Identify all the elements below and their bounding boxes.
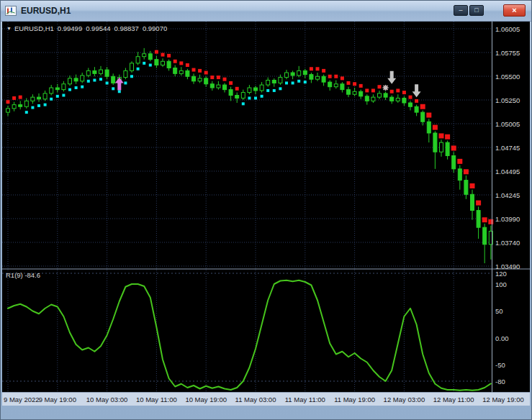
candle-body <box>365 96 369 101</box>
trend-dot-down <box>409 96 412 99</box>
trend-dot-down <box>167 54 171 58</box>
candle-body <box>179 70 183 73</box>
ohlc-open: 0.99499 <box>58 24 82 32</box>
candle-body <box>458 169 461 181</box>
ohlc-close: 0.99070 <box>143 24 167 32</box>
candle-body <box>353 91 356 94</box>
candle-body <box>266 81 270 86</box>
trend-dot-down <box>451 145 456 150</box>
candle-body <box>186 70 189 76</box>
candle-body <box>81 76 84 81</box>
time-axis-label: 10 May 19:00 <box>185 396 227 403</box>
trend-dot-up <box>118 90 121 93</box>
time-axis-label: 12 May 03:00 <box>384 396 425 403</box>
indicator-axis-label: -80 <box>495 378 505 385</box>
ohlc-symbol: EURUSD,H1 <box>14 24 54 32</box>
candle-body <box>31 97 35 101</box>
trend-dot-up <box>81 86 84 88</box>
trend-dot-up <box>124 81 127 84</box>
candle-body <box>192 76 196 81</box>
price-axis-label: 1.05500 <box>495 73 520 81</box>
candle-body <box>105 70 109 76</box>
trend-dot-down <box>488 219 493 224</box>
trend-dot-down <box>328 75 332 78</box>
trend-dot-down <box>415 99 418 103</box>
trend-dot-down <box>322 69 325 73</box>
close-button[interactable]: × <box>503 4 526 17</box>
trend-dot-down <box>371 88 375 92</box>
trend-dot-up <box>143 62 145 65</box>
time-axis-label: 11 May 03:00 <box>235 396 276 403</box>
candle-body <box>452 155 456 168</box>
trend-dot-down <box>179 61 183 65</box>
trend-dot-down <box>347 81 351 85</box>
trend-dot-up <box>56 95 59 98</box>
trend-dot-down <box>433 125 438 130</box>
trend-dot-down <box>341 76 344 80</box>
time-axis-label: 10 May 11:00 <box>136 396 177 403</box>
price-axis-label: 1.03740 <box>495 239 520 247</box>
candle-body <box>464 181 468 195</box>
trend-dot-up <box>297 80 300 83</box>
trend-dot-up <box>261 95 263 98</box>
trend-dot-down <box>316 67 320 70</box>
candle-body <box>6 109 10 112</box>
ohlc-label: ▼EURUSD,H10.994990.995440.988370.99070 <box>6 24 171 32</box>
trend-dot-up <box>25 111 28 114</box>
trend-dot-up <box>242 102 245 105</box>
candle-body <box>248 88 251 93</box>
candle-body <box>241 93 245 99</box>
trend-dot-down <box>378 85 382 88</box>
candle-body <box>483 227 487 245</box>
restore-button[interactable]: □ <box>469 5 484 16</box>
candle-body <box>477 211 480 228</box>
candle-body <box>322 76 325 82</box>
trend-dot-down <box>334 75 338 78</box>
chart-client-area: 1.060051.057551.055001.052501.050051.047… <box>2 22 530 406</box>
minimize-button[interactable]: – <box>454 5 468 16</box>
candle-body <box>421 112 425 122</box>
trend-dot-down <box>439 133 444 138</box>
candle-body <box>402 98 406 103</box>
indicator-axis-label: 120 <box>495 270 507 278</box>
candle-body <box>384 93 387 97</box>
candle-body <box>446 142 449 155</box>
trend-dot-up <box>44 104 47 106</box>
price-axis-label: 1.05250 <box>495 96 520 104</box>
trend-dot-down <box>198 69 202 73</box>
trend-dot-up <box>130 75 133 78</box>
candle-body <box>93 70 96 73</box>
candle-body <box>390 97 394 101</box>
candle-body <box>378 93 382 97</box>
candle-body <box>210 84 214 88</box>
candle-body <box>303 70 307 74</box>
trend-dot-up <box>50 98 53 101</box>
candle-body <box>272 81 276 83</box>
trend-dot-down <box>229 81 233 85</box>
candle-body <box>86 70 90 76</box>
candle-body <box>254 88 258 91</box>
trend-dot-down <box>482 217 487 222</box>
candle-body <box>427 122 430 133</box>
trend-dot-down <box>235 87 239 91</box>
candle-body <box>99 70 103 73</box>
candle-body <box>279 78 282 83</box>
indicator-axis-label: 0.00 <box>495 334 509 342</box>
time-axis-label: 9 May 2022 <box>4 396 40 403</box>
window-titlebar[interactable]: EURUSD,H1 – □ × <box>1 1 531 22</box>
candle-body <box>409 103 412 106</box>
price-chart-canvas[interactable]: 1.060051.057551.055001.052501.050051.047… <box>2 22 530 406</box>
time-axis-label: 12 May 19:00 <box>482 396 524 403</box>
candle-body <box>161 61 165 65</box>
trend-dot-up <box>285 81 288 84</box>
trend-dot-up <box>149 64 152 67</box>
trend-dot-down <box>12 96 16 100</box>
candle-body <box>471 194 474 210</box>
time-axis-label: 12 May 11:00 <box>433 396 474 403</box>
trend-dot-down <box>155 50 158 54</box>
trend-dot-up <box>137 68 140 70</box>
candle-body <box>415 106 418 112</box>
trend-dot-down <box>353 82 356 86</box>
candle-body <box>285 73 289 78</box>
trend-dot-down <box>426 113 431 118</box>
